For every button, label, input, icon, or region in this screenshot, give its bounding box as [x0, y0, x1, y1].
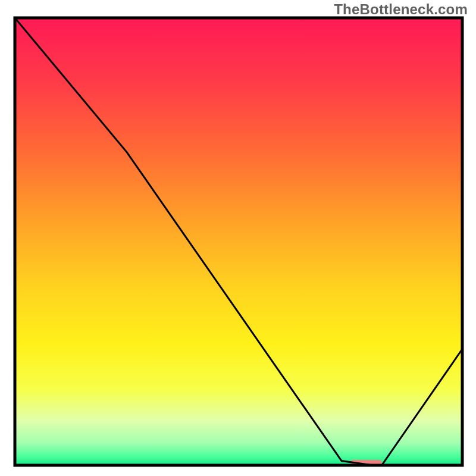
watermark-text: TheBottleneck.com: [334, 1, 468, 18]
bottleneck-plot: [0, 0, 476, 476]
chart-canvas: TheBottleneck.com: [0, 0, 476, 476]
gradient-fill: [15, 18, 462, 465]
